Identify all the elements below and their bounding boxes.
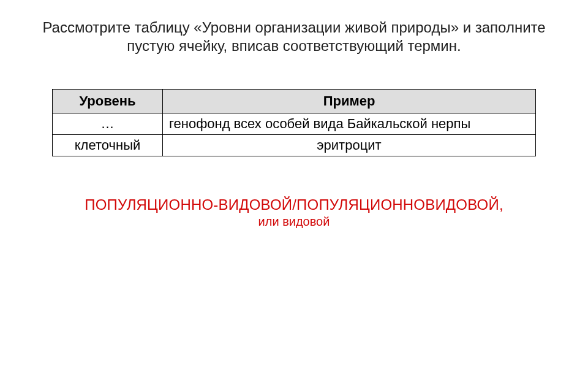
answer-block: ПОПУЛЯЦИОННО-ВИДОВОЙ/ПОПУЛЯЦИОННОВИДОВОЙ… bbox=[37, 196, 551, 229]
col-header-level: Уровень bbox=[53, 90, 163, 113]
answer-sub: или видовой bbox=[37, 215, 551, 229]
answer-main: ПОПУЛЯЦИОННО-ВИДОВОЙ/ПОПУЛЯЦИОННОВИДОВОЙ… bbox=[37, 196, 551, 213]
question-prompt: Рассмотрите таблицу «Уровни организации … bbox=[37, 18, 551, 55]
levels-table: Уровень Пример … генофонд всех особей ви… bbox=[52, 89, 536, 156]
table-row: … генофонд всех особей вида Байкальской … bbox=[53, 113, 536, 135]
col-header-example: Пример bbox=[163, 90, 536, 113]
cell-level-0: … bbox=[53, 113, 163, 135]
table-row: клеточный эритроцит bbox=[53, 135, 536, 156]
prompt-line-1: Рассмотрите таблицу «Уровни организации … bbox=[42, 19, 545, 36]
cell-example-1: эритроцит bbox=[163, 135, 536, 156]
prompt-line-2: пустую ячейку, вписав соответствующий те… bbox=[127, 37, 461, 54]
cell-level-1: клеточный bbox=[53, 135, 163, 156]
table-header-row: Уровень Пример bbox=[53, 90, 536, 113]
cell-example-0: генофонд всех особей вида Байкальской не… bbox=[163, 113, 536, 135]
page: Рассмотрите таблицу «Уровни организации … bbox=[0, 0, 588, 368]
levels-table-wrap: Уровень Пример … генофонд всех особей ви… bbox=[52, 89, 536, 156]
